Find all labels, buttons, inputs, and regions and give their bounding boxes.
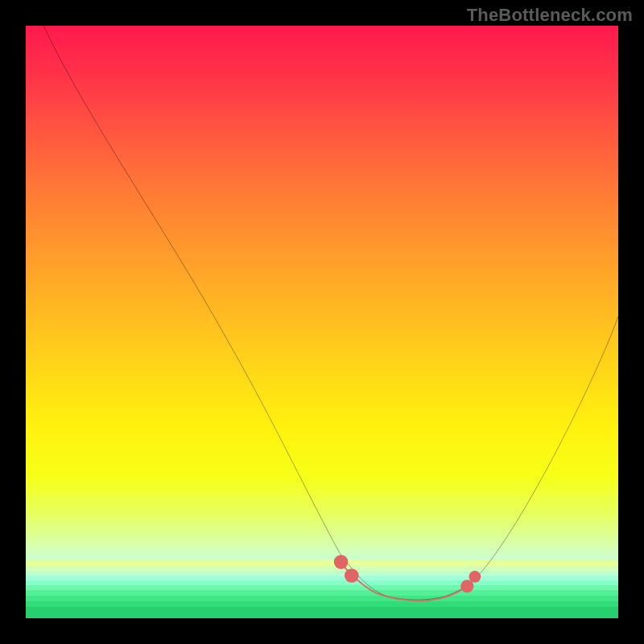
highlight-dot <box>345 568 359 583</box>
chart-frame: TheBottleneck.com <box>0 0 644 644</box>
watermark-text: TheBottleneck.com <box>467 5 633 26</box>
plot-area <box>26 26 618 618</box>
highlight-dot <box>334 555 349 569</box>
highlight-segment <box>26 26 618 618</box>
highlight-path <box>340 562 476 601</box>
highlight-dot <box>469 571 481 583</box>
